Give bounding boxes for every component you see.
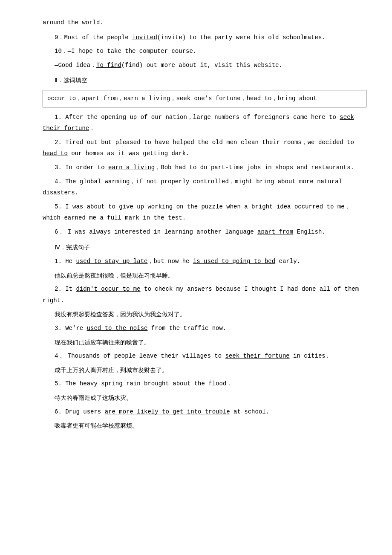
c4-before: Thousands of people leave their villages… <box>68 353 225 359</box>
section2-item-6: 6． I was always interested in learning a… <box>43 226 366 238</box>
complete-item-3-chinese: 现在我们已适应车辆往来的噪音了。 <box>43 337 366 348</box>
s2-3-num: 3. <box>55 164 62 171</box>
c5-answer: brought about the flood <box>144 380 226 387</box>
c2-num: 2. <box>55 286 62 292</box>
complete-item-5-chinese: 特大的春雨造成了这场水灾。 <box>43 392 366 404</box>
q9-before: 9．Most of the people <box>55 34 132 41</box>
c1-answer2: is used to going to bed <box>193 258 275 265</box>
c1-answer1: used to stay up late <box>76 258 147 265</box>
section2-item-4: 4. The global warming，if not properly co… <box>43 176 366 199</box>
complete-item-6-chinese: 吸毒者更有可能在学校惹麻烦。 <box>43 420 366 431</box>
s2-2-answer: head to <box>43 150 68 157</box>
s2-4-num: 4. <box>55 178 62 185</box>
c2-answer: didn't occur to me <box>76 286 140 292</box>
section2-item-3: 3. In order to earn a living，Bob had to … <box>43 162 366 173</box>
section2-item-1: 1. After the opening up of our nation，la… <box>43 112 366 134</box>
c6-answer: are more likely to get into trouble <box>105 408 230 415</box>
q10-after: (find) out more about it, visit this web… <box>121 62 282 69</box>
s2-5-answer: occurred to <box>294 203 334 210</box>
complete-item-6: 6. Drug users are more likely to get int… <box>43 406 366 418</box>
main-content: around the world. 9．Most of the people i… <box>43 17 366 431</box>
s2-3-answer: earn a living <box>108 164 155 171</box>
complete-item-1: 1. He used to stay up late，but now he is… <box>43 256 366 267</box>
complete-item-4: 4． Thousands of people leave their villa… <box>43 350 366 362</box>
c4-answer: seek their fortune <box>225 353 289 359</box>
s2-4-before: The global warming，if not properly contr… <box>65 178 256 185</box>
complete-item-5: 5. The heavy spring rain brought about t… <box>43 378 366 390</box>
c2-before: It <box>65 286 76 292</box>
q9-answer: invited <box>132 34 157 41</box>
section2-item-2: 2. Tired out but pleased to have helped … <box>43 137 366 159</box>
c3-answer: used to the noise <box>87 325 148 332</box>
phrase-box: occur to，apart from，earn a living，seek o… <box>43 90 366 107</box>
complete-item-3: 3. We're used to the noise from the traf… <box>43 323 366 334</box>
c6-before: Drug users <box>65 408 104 415</box>
c3-before: We're <box>65 325 86 332</box>
s2-2-before: Tired out but pleased to have helped the… <box>65 139 354 146</box>
s2-6-num: 6． <box>55 228 64 235</box>
s2-2-after: our homes as it was getting dark. <box>68 150 190 157</box>
s2-6-after: English. <box>293 228 326 235</box>
c5-before: The heavy spring rain <box>65 380 144 387</box>
s2-4-answer: bring about <box>256 178 295 185</box>
s2-6-before: I was always interested in learning anot… <box>68 228 257 235</box>
c5-num: 5. <box>55 380 62 387</box>
q9-after: (invite) to the party were his old schoo… <box>157 34 326 41</box>
complete-item-4-chinese: 成千上万的人离开村庄，到城市发财去了。 <box>43 364 366 376</box>
section2-title: Ⅱ．选词填空 <box>43 75 366 87</box>
s2-1-before: After the opening up of our nation，large… <box>65 114 340 121</box>
phrase-box-text: occur to，apart from，earn a living，seek o… <box>47 95 317 102</box>
question-10-line1: 10．—I hope to take the computer course. <box>43 46 366 57</box>
c6-num: 6. <box>55 408 62 415</box>
intro-line: around the world. <box>43 17 366 29</box>
c1-before: He <box>65 258 76 265</box>
s2-6-answer: apart from <box>257 228 293 235</box>
complete-item-2: 2. It didn't occur to me to check my ans… <box>43 283 366 306</box>
section4-title: Ⅳ．完成句子 <box>43 242 366 254</box>
c5-after: ． <box>226 380 232 387</box>
section2-item-5: 5. I was about to give up working on the… <box>43 201 366 224</box>
s2-1-num: 1. <box>55 114 62 121</box>
q10-before: —Good idea． <box>55 62 96 69</box>
c6-after: at school. <box>230 408 269 415</box>
q10-answer: To find <box>96 62 121 69</box>
s2-5-num: 5. <box>55 203 62 210</box>
c3-num: 3. <box>55 325 62 332</box>
c1-mid: ，but now he <box>147 258 193 265</box>
c4-after: in cities. <box>290 353 329 359</box>
question-9: 9．Most of the people invited(invite) to … <box>43 32 366 43</box>
complete-item-2-chinese: 我没有想起要检查答案，因为我认为我全做对了。 <box>43 309 366 320</box>
s2-2-num: 2. <box>55 139 62 146</box>
s2-3-after: ，Bob had to do part-time jobs in shops a… <box>155 164 354 171</box>
c4-num: 4． <box>55 353 64 359</box>
s2-5-before: I was about to give up working on the pu… <box>65 203 294 210</box>
s2-1-after: ． <box>89 125 95 132</box>
s2-3-before: In order to <box>65 164 108 171</box>
c1-after: early. <box>275 258 300 265</box>
c1-num: 1. <box>55 258 62 265</box>
c3-after: from the traffic now. <box>147 325 226 332</box>
question-10-line2: —Good idea．To find(find) out more about … <box>43 60 366 71</box>
complete-item-1-chinese: 他以前总是熬夜到很晚，但是现在习惯早睡。 <box>43 270 366 281</box>
